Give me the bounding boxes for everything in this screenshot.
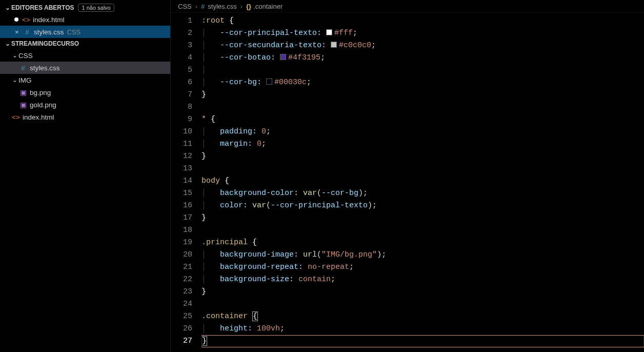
- file-item[interactable]: ▣bg.png: [0, 86, 170, 99]
- code-line[interactable]: │ background-image: url("IMG/bg.png");: [202, 249, 644, 261]
- code-line[interactable]: }: [202, 286, 644, 298]
- code-line[interactable]: * {: [202, 113, 644, 126]
- open-editor-item[interactable]: ×#styles.cssCSS: [0, 26, 170, 38]
- chevron-down-icon: ⌄: [4, 4, 11, 11]
- line-number: 9: [171, 113, 192, 126]
- token-prop: padding: [220, 127, 252, 136]
- token-guide: │: [202, 275, 220, 284]
- code-line[interactable]: }: [202, 335, 644, 347]
- code-line[interactable]: .principal {: [202, 237, 644, 249]
- open-editors-header[interactable]: ⌄ EDITORES ABERTOS 1 não salvo: [0, 2, 170, 13]
- file-item[interactable]: #styles.css: [0, 62, 170, 74]
- line-number: 14: [171, 175, 192, 187]
- image-file-icon: ▣: [18, 101, 28, 109]
- line-number: 22: [171, 273, 192, 286]
- token-punct: (: [317, 189, 321, 198]
- file-label: bg.png: [30, 89, 51, 96]
- close-icon[interactable]: ×: [13, 28, 21, 36]
- line-number: 26: [171, 323, 192, 335]
- token-guide: │: [202, 41, 220, 50]
- token-prop: background-size: [220, 275, 289, 284]
- token-punct: :: [321, 41, 331, 50]
- breadcrumb-label: CSS: [178, 3, 192, 10]
- color-swatch-icon[interactable]: [280, 54, 286, 60]
- code-line[interactable]: │ background-color: var(--cor-bg);: [202, 187, 644, 200]
- code-line[interactable]: }: [202, 150, 644, 163]
- line-number: 1: [171, 15, 192, 27]
- color-swatch-icon[interactable]: [331, 42, 337, 48]
- line-number: 8: [171, 101, 192, 113]
- token-val: #00030c: [274, 78, 307, 87]
- editor[interactable]: 1234567891011121314151617181920212223242…: [171, 13, 644, 352]
- code-line[interactable]: │ --cor-secundaria-texto: #c0c0c0;: [202, 40, 644, 52]
- bracket-match-highlight: {: [252, 311, 258, 321]
- code-line[interactable]: }: [202, 89, 644, 101]
- css-rule-icon: {}: [246, 3, 251, 10]
- folder-item[interactable]: ⌄CSS: [0, 49, 170, 62]
- code-line[interactable]: │ margin: 0;: [202, 138, 644, 150]
- color-swatch-icon[interactable]: [326, 29, 332, 35]
- code-line[interactable]: body {: [202, 175, 644, 187]
- token-guide: │: [202, 53, 220, 62]
- line-number: 12: [171, 150, 192, 163]
- token-sel: .container: [202, 312, 252, 321]
- code-line[interactable]: .container {: [202, 310, 644, 323]
- file-item[interactable]: ▣gold.png: [0, 99, 170, 111]
- token-guide: │: [202, 66, 206, 74]
- file-label: index.html: [23, 113, 54, 121]
- code-line[interactable]: [202, 224, 644, 237]
- code-line[interactable]: │: [202, 64, 644, 76]
- code-line[interactable]: │ --cor-botao: #4f3195;: [202, 52, 644, 64]
- folder-label: IMG: [18, 76, 32, 84]
- code-line[interactable]: :root {: [202, 15, 644, 27]
- token-guide: │: [202, 189, 220, 198]
- token-brace: {: [211, 115, 215, 124]
- token-punct: :: [248, 324, 257, 333]
- file-item[interactable]: <>index.html: [0, 111, 170, 123]
- token-prop: background-repeat: [220, 263, 298, 271]
- gutter: 1234567891011121314151617181920212223242…: [171, 13, 202, 352]
- code-line[interactable]: [202, 101, 644, 113]
- color-swatch-icon[interactable]: [266, 79, 272, 85]
- code-line[interactable]: │ --cor-bg: #00030c;: [202, 76, 644, 89]
- code-area[interactable]: :root {│ --cor-principal-texto: #fff;│ -…: [202, 13, 644, 352]
- code-line[interactable]: [202, 298, 644, 310]
- code-line[interactable]: │ background-repeat: no-repeat;: [202, 261, 644, 273]
- code-line[interactable]: │ height: 100vh;: [202, 323, 644, 335]
- project-header[interactable]: ⌄ STREAMINGDECURSO: [0, 38, 170, 49]
- code-line[interactable]: │ padding: 0;: [202, 126, 644, 138]
- line-number: 13: [171, 163, 192, 175]
- token-guide: │: [202, 324, 220, 333]
- token-func: var: [252, 201, 266, 210]
- bracket-match-highlight: }: [202, 336, 207, 346]
- line-number: 21: [171, 261, 192, 273]
- breadcrumb-separator-icon: ›: [195, 3, 197, 10]
- open-editor-item[interactable]: <>index.html: [0, 13, 170, 26]
- token-val: contain: [298, 275, 331, 284]
- code-line[interactable]: │ background-size: contain;: [202, 273, 644, 286]
- token-punct: :: [317, 29, 326, 37]
- token-prop: --cor-bg: [220, 78, 257, 87]
- breadcrumb-item[interactable]: {}.container: [246, 3, 283, 10]
- line-number: 16: [171, 200, 192, 212]
- code-line[interactable]: [202, 163, 644, 175]
- folder-item[interactable]: ⌄IMG: [0, 74, 170, 86]
- code-line[interactable]: │ --cor-principal-texto: #fff;: [202, 27, 644, 40]
- token-punct: :: [294, 189, 303, 198]
- token-punct: :: [248, 140, 257, 148]
- token-sel: *: [202, 115, 211, 124]
- token-guide: │: [202, 201, 220, 210]
- code-line[interactable]: }: [202, 212, 644, 224]
- breadcrumb-item[interactable]: #styles.css: [201, 3, 237, 10]
- token-punct: ;: [261, 140, 266, 148]
- token-prop: margin: [220, 140, 248, 148]
- breadcrumb-item[interactable]: CSS: [178, 3, 192, 10]
- breadcrumbs[interactable]: CSS›#styles.css›{}.container: [171, 0, 644, 13]
- token-guide: │: [202, 140, 220, 148]
- token-prop: --cor-principal-texto: [220, 29, 317, 37]
- code-line[interactable]: │ color: var(--cor-principal-texto);: [202, 200, 644, 212]
- token-brace: }: [202, 213, 206, 222]
- token-var: --cor-principal-texto: [271, 201, 368, 210]
- unsaved-badge: 1 não salvo: [78, 4, 114, 12]
- token-brace: }: [202, 152, 206, 161]
